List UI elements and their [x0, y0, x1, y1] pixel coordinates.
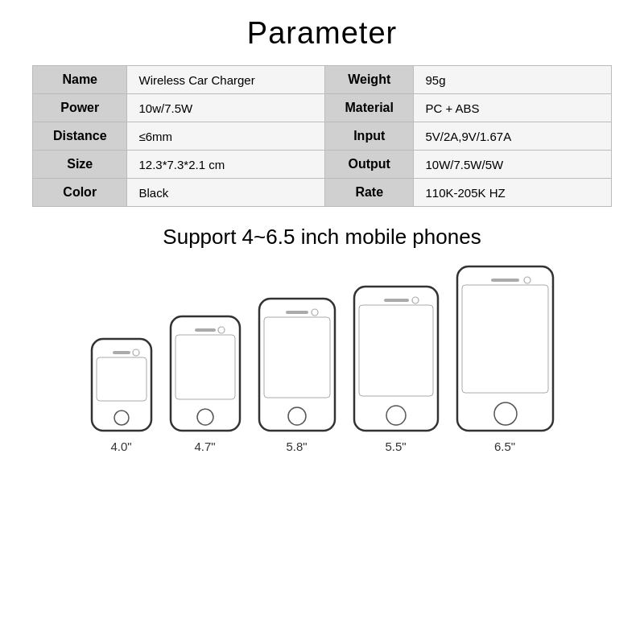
svg-rect-17 [384, 299, 409, 302]
phones-row: 4.0" 4.7" [32, 264, 612, 453]
value-cell-right: 5V/2A,9V/1.67A [414, 122, 612, 151]
value-cell-left: Wireless Car Charger [127, 66, 325, 94]
phone-item: 4.0" [89, 336, 154, 453]
phone-size-label: 5.5" [385, 440, 406, 453]
table-row: Color Black Rate 110K-205K HZ [33, 179, 612, 207]
svg-rect-12 [286, 311, 308, 314]
svg-rect-1 [97, 357, 147, 401]
label-cell-left: Power [33, 94, 127, 122]
phone-item: 4.7" [168, 314, 242, 453]
label-cell-right: Material [324, 94, 413, 122]
phone-svg [352, 284, 440, 433]
value-cell-left: Black [127, 179, 325, 207]
phone-svg [257, 296, 337, 433]
param-table: Name Wireless Car Charger Weight 95g Pow… [32, 65, 612, 207]
svg-rect-7 [195, 328, 216, 332]
svg-rect-22 [491, 279, 519, 282]
phone-size-label: 4.7" [194, 440, 215, 453]
label-cell-right: Rate [324, 179, 413, 207]
phone-item: 5.5" [352, 284, 440, 453]
label-cell-left: Color [33, 179, 127, 207]
table-row: Distance ≤6mm Input 5V/2A,9V/1.67A [33, 122, 612, 151]
phone-svg [89, 336, 154, 433]
value-cell-left: 10w/7.5W [127, 94, 325, 122]
svg-rect-11 [264, 317, 330, 398]
value-cell-left: 12.3*7.3*2.1 cm [127, 151, 325, 179]
table-row: Size 12.3*7.3*2.1 cm Output 10W/7.5W/5W [33, 151, 612, 179]
svg-rect-2 [113, 351, 130, 354]
label-cell-right: Input [324, 122, 413, 151]
phone-svg [455, 264, 555, 433]
value-cell-left: ≤6mm [127, 122, 325, 151]
label-cell-left: Size [33, 151, 127, 179]
svg-rect-16 [359, 305, 433, 396]
page-title: Parameter [247, 16, 397, 51]
phone-size-label: 6.5" [494, 440, 515, 453]
phone-svg [168, 314, 242, 433]
phone-size-label: 5.8" [286, 440, 307, 453]
svg-rect-21 [462, 285, 548, 393]
table-row: Name Wireless Car Charger Weight 95g [33, 66, 612, 94]
value-cell-right: 110K-205K HZ [414, 179, 612, 207]
phone-item: 5.8" [257, 296, 337, 453]
table-row: Power 10w/7.5W Material PC + ABS [33, 94, 612, 122]
svg-rect-6 [175, 335, 235, 399]
support-title: Support 4~6.5 inch mobile phones [163, 225, 481, 250]
label-cell-left: Distance [33, 122, 127, 151]
label-cell-right: Output [324, 151, 413, 179]
value-cell-right: 10W/7.5W/5W [414, 151, 612, 179]
phone-size-label: 4.0" [110, 440, 131, 453]
label-cell-left: Name [33, 66, 127, 94]
label-cell-right: Weight [324, 66, 413, 94]
value-cell-right: PC + ABS [414, 94, 612, 122]
phone-item: 6.5" [455, 264, 555, 453]
value-cell-right: 95g [414, 66, 612, 94]
page: Parameter Name Wireless Car Charger Weig… [0, 0, 644, 644]
